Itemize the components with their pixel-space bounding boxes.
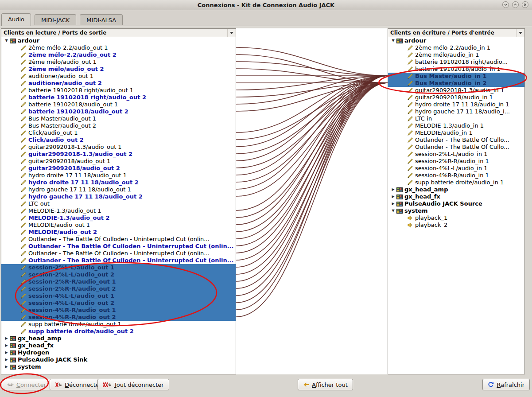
client-row-ardour[interactable]: ▼ardour	[1, 37, 236, 44]
port-row[interactable]: auditioner/audio_out 1	[1, 73, 236, 80]
port-row[interactable]: batterie 19102018 right/audio...	[388, 58, 524, 66]
port-row[interactable]: session-2%L-L/audio_out 1	[1, 264, 236, 271]
client-row-system[interactable]: ▼system	[388, 207, 524, 214]
port-row[interactable]: MELODIE-1.3/audio_out 2	[1, 214, 236, 222]
right-panel-header[interactable]: Clients en écriture / Ports d'entrée	[388, 29, 524, 37]
expander-closed-icon[interactable]: ▶	[4, 363, 9, 370]
port-row[interactable]: hydro gauche 17 11 18/audio_out 2	[1, 193, 236, 200]
port-row[interactable]: LTC-out	[1, 200, 236, 207]
port-row[interactable]: batterie 19102018/audio_out 1	[1, 101, 236, 108]
close-button[interactable]	[522, 1, 528, 8]
port-row[interactable]: batterie 19102018/audio_in 1	[388, 66, 524, 73]
client-row-gx-head-fx[interactable]: ▶gx_head_fx	[388, 193, 524, 200]
show-all-button[interactable]: Afficher tout	[298, 379, 353, 390]
expander-closed-icon[interactable]: ▶	[4, 342, 9, 349]
right-panel-sort-dropdown[interactable]	[516, 29, 524, 37]
port-row[interactable]: MELODIE-1.3/audio_in 1	[388, 122, 524, 129]
port-row[interactable]: auditioner/audio_out 2	[1, 80, 236, 87]
port-row[interactable]: Outlander - The Battle Of Cullo...	[388, 136, 524, 144]
port-row[interactable]: playback_1	[388, 214, 524, 222]
port-row[interactable]: 2ème mélo-2.2/audio_out 2	[1, 51, 236, 58]
port-row[interactable]: Bus Master/audio_in 1	[388, 73, 524, 80]
port-row[interactable]: Outlander - The Battle Of Culloden - Uni…	[1, 243, 236, 250]
port-row[interactable]: Click/audio_out 2	[1, 136, 236, 144]
port-row[interactable]: 2ème mélo/audio_out 2	[1, 66, 236, 73]
port-row[interactable]: session-4%R-R/audio_out 1	[1, 307, 236, 314]
left-panel-sort-dropdown[interactable]	[227, 29, 236, 37]
port-row[interactable]: guitar29092018-1.3/audio_out 1	[1, 144, 236, 151]
titlebar[interactable]: Connexions - Kit de Connexion Audio JACK	[0, 0, 532, 10]
port-row[interactable]: Outlander - The Battle Of Culloden - Uni…	[1, 257, 236, 264]
port-row[interactable]: MELODIE/audio_out 1	[1, 222, 236, 229]
expander-open-icon[interactable]: ▼	[390, 37, 396, 44]
tab-audio[interactable]: Audio	[1, 13, 31, 26]
port-row[interactable]: guitar29092018-1.3/audio_out 2	[1, 151, 236, 158]
port-row[interactable]: Outlander - The Battle Of Culloden - Uni…	[1, 250, 236, 257]
expander-open-icon[interactable]: ▼	[390, 207, 396, 214]
port-row[interactable]: 2ème mélo-2.2/audio_in 1	[388, 44, 524, 51]
port-row[interactable]: guitar29092018/audio_out 1	[1, 158, 236, 165]
expander-open-icon[interactable]: ▼	[4, 37, 9, 44]
port-row[interactable]: session-2%R-R/audio_out 1	[1, 278, 236, 285]
port-row[interactable]: session-2%L-L/audio_out 2	[1, 271, 236, 278]
port-row[interactable]: session-4%R-R/audio_in 1	[388, 172, 524, 179]
port-row[interactable]: MELODIE/audio_out 2	[1, 229, 236, 236]
port-row[interactable]: session-4%L-L/audio_out 2	[1, 300, 236, 307]
port-row[interactable]: Bus Master/audio_out 1	[1, 115, 236, 122]
disconnect-all-button[interactable]: Tout déconnecter	[97, 379, 169, 390]
tab-midi-jack[interactable]: MIDI-JACK	[35, 14, 76, 25]
port-row[interactable]: session-2%R-R/audio_in 1	[388, 158, 524, 165]
port-row[interactable]: session-4%L-L/audio_in 1	[388, 165, 524, 172]
expander-closed-icon[interactable]: ▶	[4, 335, 9, 342]
client-row-pulseaudio-jack-source[interactable]: ▶PulseAudio JACK Source	[388, 200, 524, 207]
port-row[interactable]: batterie 19102018 right/audio_out 2	[1, 94, 236, 101]
refresh-button[interactable]: Rafraîchir	[482, 379, 530, 390]
port-row[interactable]: Outlander - The Battle Of Culloden - Uni…	[1, 236, 236, 243]
port-row[interactable]: hydro droite 17 11 18/audio_out 1	[1, 172, 236, 179]
client-row-ardour[interactable]: ▼ardour	[388, 37, 524, 44]
port-row[interactable]: hydro gauche 17 11 18/audio_out 1	[1, 186, 236, 193]
client-row-system[interactable]: ▶system	[1, 363, 236, 370]
port-row[interactable]: 2ème mélo/audio_out 1	[1, 58, 236, 66]
port-row[interactable]: Bus Master/audio_in 2	[388, 80, 524, 87]
left-panel-header[interactable]: Clients en lecture / Ports de sortie	[1, 29, 236, 37]
port-row[interactable]: session-2%R-R/audio_out 2	[1, 285, 236, 292]
port-row[interactable]: MELODIE/audio_in 1	[388, 129, 524, 136]
port-row[interactable]: guitar29092018/audio_out 2	[1, 165, 236, 172]
client-row-hydrogen[interactable]: ▶Hydrogen	[1, 349, 236, 356]
port-row[interactable]: MELODIE-1.3/audio_out 1	[1, 207, 236, 214]
connect-button[interactable]: Connecter	[2, 379, 51, 390]
port-row[interactable]: hydro droite 17 11 18/audio_out 2	[1, 179, 236, 186]
expander-closed-icon[interactable]: ▶	[390, 200, 396, 207]
port-row[interactable]: batterie 19102018/audio_out 2	[1, 108, 236, 115]
client-row-gx-head-fx[interactable]: ▶gx_head_fx	[1, 342, 236, 349]
maximize-button[interactable]	[512, 1, 519, 8]
port-row[interactable]: supp batterie droite/audio_out 2	[1, 328, 236, 335]
expander-closed-icon[interactable]: ▶	[4, 356, 9, 363]
port-row[interactable]: guitar29092018/audio_in 1	[388, 94, 524, 101]
expander-closed-icon[interactable]: ▶	[390, 186, 396, 193]
port-row[interactable]: session-2%L-L/audio_in 1	[388, 151, 524, 158]
client-row-pulseaudio-jack-sink[interactable]: ▶PulseAudio JACK Sink	[1, 356, 236, 363]
minimize-button[interactable]	[502, 1, 509, 8]
port-row[interactable]: 2ème mélo-2.2/audio_out 1	[1, 44, 236, 51]
port-row[interactable]: Click/audio_out 1	[1, 129, 236, 136]
port-row[interactable]: playback_2	[388, 222, 524, 229]
client-row-gx-head-amp[interactable]: ▶gx_head_amp	[1, 335, 236, 342]
expander-closed-icon[interactable]: ▶	[390, 193, 396, 200]
port-row[interactable]: Bus Master/audio_out 2	[1, 122, 236, 129]
port-row[interactable]: LTC-in	[388, 115, 524, 122]
tab-midi-alsa[interactable]: MIDI-ALSA	[80, 14, 123, 25]
expander-closed-icon[interactable]: ▶	[4, 349, 9, 356]
port-row[interactable]: supp batterie droite/audio_in 1	[388, 179, 524, 186]
port-row[interactable]: Outlander - The Battle Of Cullo...	[388, 144, 524, 151]
port-row[interactable]: session-4%L-L/audio_out 1	[1, 292, 236, 300]
port-row[interactable]: hydro droite 17 11 18/audio_in 1	[388, 101, 524, 108]
port-row[interactable]: session-4%R-R/audio_out 2	[1, 314, 236, 321]
port-row[interactable]: guitar29092018-1.3/audio_in 1	[388, 87, 524, 94]
port-row[interactable]: batterie 19102018 right/audio_out 1	[1, 87, 236, 94]
port-row[interactable]: supp batterie droite/audio_out 1	[1, 321, 236, 328]
client-row-gx-head-amp[interactable]: ▶gx_head_amp	[388, 186, 524, 193]
port-row[interactable]: hydro gauche 17 11 18/audio_i...	[388, 108, 524, 115]
port-row[interactable]: 2ème mélo/audio_in 1	[388, 51, 524, 58]
